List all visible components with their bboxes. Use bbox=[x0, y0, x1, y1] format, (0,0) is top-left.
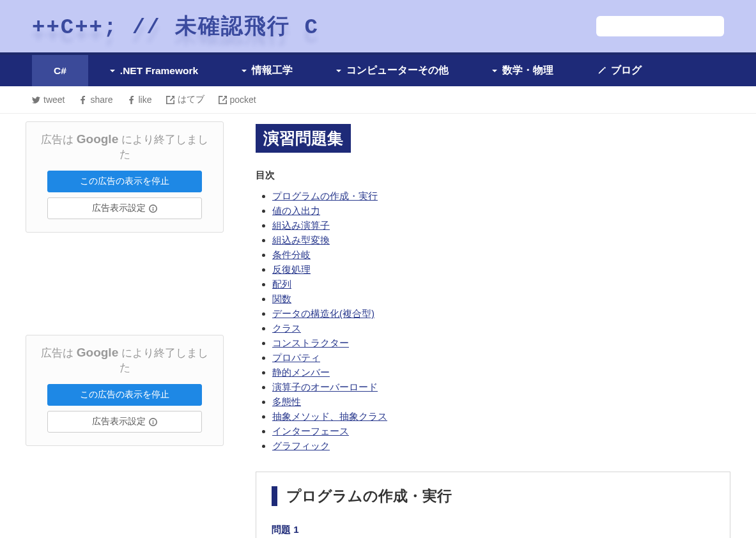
problem-label: 問題 1 bbox=[272, 524, 714, 536]
caret-down-icon bbox=[492, 70, 497, 75]
toc-item: 配列 bbox=[272, 279, 730, 291]
toc-item: コンストラクター bbox=[272, 337, 730, 350]
toc-item: プログラムの作成・実行 bbox=[272, 190, 730, 203]
toc-item: 条件分岐 bbox=[272, 249, 730, 261]
pencil-icon bbox=[597, 66, 606, 75]
ad-stop-button[interactable]: この広告の表示を停止 bbox=[47, 171, 202, 192]
content-area: 広告は Google により終了しました この広告の表示を停止 広告表示設定 広… bbox=[0, 114, 756, 538]
toc-link[interactable]: 関数 bbox=[272, 293, 291, 304]
toc-link[interactable]: コンストラクター bbox=[272, 337, 349, 348]
caret-down-icon bbox=[110, 70, 115, 75]
toc-link[interactable]: 値の入出力 bbox=[272, 205, 320, 216]
ad-text: 広告は Google により終了しました bbox=[33, 346, 217, 375]
toc-link[interactable]: 反復処理 bbox=[272, 264, 311, 275]
toc-link[interactable]: 条件分岐 bbox=[272, 249, 311, 260]
toc-link[interactable]: プログラムの作成・実行 bbox=[272, 190, 378, 201]
section-title: プログラムの作成・実行 bbox=[272, 486, 714, 506]
ad-settings-button[interactable]: 広告表示設定 bbox=[47, 197, 202, 219]
page-title: 演習問題集 bbox=[256, 124, 351, 153]
toc-item: 関数 bbox=[272, 293, 730, 305]
social-hatebu[interactable]: はてブ bbox=[166, 94, 204, 105]
toc-item: クラス bbox=[272, 323, 730, 335]
twitter-icon bbox=[32, 96, 40, 104]
caret-down-icon bbox=[242, 70, 247, 75]
nav-item-dotnet[interactable]: .NET Framework bbox=[88, 55, 220, 86]
ad-settings-button[interactable]: 広告表示設定 bbox=[47, 411, 202, 433]
caret-down-icon bbox=[336, 70, 341, 75]
toc-item: 静的メンバー bbox=[272, 367, 730, 379]
facebook-icon bbox=[127, 96, 135, 104]
ad-stop-button[interactable]: この広告の表示を停止 bbox=[47, 384, 202, 406]
toc-link[interactable]: 静的メンバー bbox=[272, 367, 330, 378]
toc-link[interactable]: プロパティ bbox=[272, 352, 320, 363]
social-share[interactable]: share bbox=[79, 94, 112, 105]
share-out-icon bbox=[219, 96, 227, 104]
ad-text: 広告は Google により終了しました bbox=[33, 132, 217, 162]
info-icon bbox=[149, 204, 157, 213]
toc-item: 抽象メソッド、抽象クラス bbox=[272, 411, 730, 423]
toc-link[interactable]: 多態性 bbox=[272, 396, 301, 407]
sidebar: 広告は Google により終了しました この広告の表示を停止 広告表示設定 広… bbox=[26, 121, 224, 538]
nav-item-math-physics[interactable]: 数学・物理 bbox=[470, 55, 575, 86]
toc-link[interactable]: 組込み型変換 bbox=[272, 234, 330, 245]
social-bar: tweet share like はてブ pocket bbox=[0, 86, 756, 114]
toc-list: プログラムの作成・実行 値の入出力 組込み演算子 組込み型変換 条件分岐 反復処… bbox=[256, 190, 730, 452]
toc-link[interactable]: グラフィック bbox=[272, 440, 330, 451]
toc-item: データの構造化(複合型) bbox=[272, 308, 730, 320]
toc-item: 反復処理 bbox=[272, 264, 730, 276]
toc-item: 組込み演算子 bbox=[272, 220, 730, 232]
toc-link[interactable]: 組込み演算子 bbox=[272, 220, 330, 231]
social-like[interactable]: like bbox=[127, 94, 152, 105]
toc-item: プロパティ bbox=[272, 352, 730, 364]
social-pocket[interactable]: pocket bbox=[219, 94, 256, 105]
search-input[interactable] bbox=[609, 21, 721, 31]
toc-link[interactable]: 配列 bbox=[272, 279, 291, 289]
nav-item-csharp[interactable]: C# bbox=[32, 55, 88, 86]
toc-link[interactable]: 演算子のオーバーロード bbox=[272, 381, 378, 392]
main-content: 演習問題集 目次 プログラムの作成・実行 値の入出力 組込み演算子 組込み型変換… bbox=[256, 121, 730, 538]
search-box[interactable] bbox=[596, 16, 724, 36]
share-out-icon bbox=[166, 96, 174, 104]
main-nav: C# .NET Framework 情報工学 コンピューターその他 数学・物理 … bbox=[0, 55, 756, 86]
toc-link[interactable]: クラス bbox=[272, 323, 301, 334]
toc-item: グラフィック bbox=[272, 440, 730, 452]
toc-item: 値の入出力 bbox=[272, 205, 730, 217]
toc-link[interactable]: インターフェース bbox=[272, 426, 349, 436]
toc-link[interactable]: データの構造化(複合型) bbox=[272, 308, 374, 319]
toc-heading: 目次 bbox=[256, 169, 730, 181]
toc-item: 演算子のオーバーロード bbox=[272, 381, 730, 394]
nav-item-computer-other[interactable]: コンピューターその他 bbox=[314, 55, 470, 86]
toc-item: 多態性 bbox=[272, 396, 730, 408]
toc-link[interactable]: 抽象メソッド、抽象クラス bbox=[272, 411, 387, 422]
nav-item-blog[interactable]: ブログ bbox=[575, 55, 663, 86]
nav-item-info-eng[interactable]: 情報工学 bbox=[220, 55, 314, 86]
toc-item: 組込み型変換 bbox=[272, 234, 730, 247]
toc-item: インターフェース bbox=[272, 426, 730, 438]
social-tweet[interactable]: tweet bbox=[32, 94, 65, 105]
site-header: ++C++; // 未確認飛行 C bbox=[0, 0, 756, 55]
info-icon bbox=[149, 418, 157, 426]
ad-box-2: 広告は Google により終了しました この広告の表示を停止 広告表示設定 bbox=[26, 335, 224, 446]
facebook-icon bbox=[79, 96, 87, 104]
content-section: プログラムの作成・実行 問題 1 bbox=[256, 472, 730, 538]
ad-box-1: 広告は Google により終了しました この広告の表示を停止 広告表示設定 bbox=[26, 121, 224, 233]
site-title[interactable]: ++C++; // 未確認飛行 C bbox=[32, 12, 319, 41]
